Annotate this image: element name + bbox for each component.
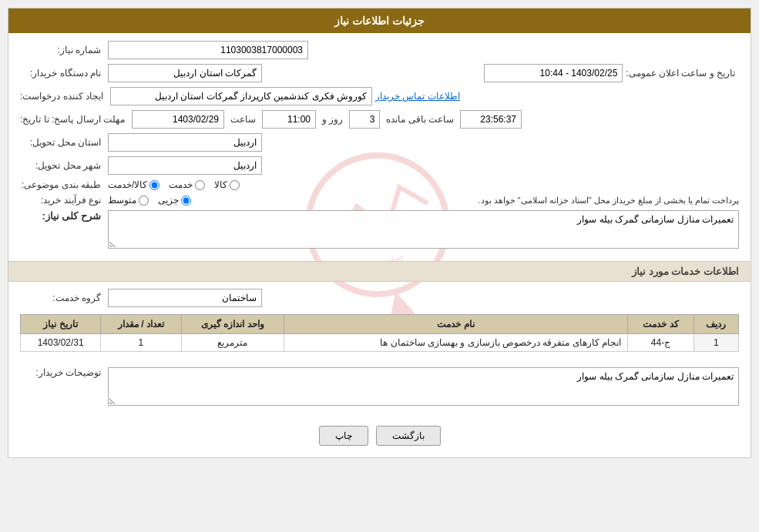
ostan-label: استان محل تحویل: (20, 137, 105, 148)
ijad-label: ایجاد کننده درخواست: (20, 91, 107, 102)
shomara-input[interactable] (108, 41, 308, 59)
tarikh-remaining-input[interactable] (460, 110, 522, 129)
tabaqe-label: طبقه بندی موضوعی: (20, 179, 105, 190)
tarikh-time-label: ساعت (227, 114, 259, 125)
radio-kala-khedmat[interactable] (149, 180, 160, 190)
shomara-label: شماره نیاز: (20, 45, 105, 55)
radio-kala-item[interactable]: کالا (214, 179, 240, 190)
radio-mote-vaset[interactable] (139, 196, 149, 206)
tarikh-day-label: روز و (319, 114, 346, 125)
tarikh-day-input[interactable] (349, 110, 380, 129)
radio-khedmat[interactable] (195, 180, 205, 190)
aelam-tarikh-label: تاریخ و ساعت اعلان عمومی: (626, 68, 739, 79)
col-vahed: واحد اندازه گیری (181, 315, 284, 334)
ijad-input[interactable] (110, 87, 372, 105)
navoe-label: نوع فرآیند خرید: (20, 195, 105, 206)
sharh-textarea[interactable]: تعمیرات منازل سازمانی گمرک بیله سوار (108, 210, 739, 249)
radio-kala-khedmat-item[interactable]: کالا/خدمت (108, 179, 160, 190)
page-title: جزئیات اطلاعات نیاز (8, 8, 751, 33)
aelam-tarikh-input[interactable] (484, 64, 623, 82)
tvsifat-textarea[interactable]: تعمیرات منازل سازمانی گمرک بیله سوار (108, 367, 739, 406)
services-table: ردیف کد خدمت نام خدمت واحد اندازه گیری ت… (20, 314, 739, 352)
grohe-input[interactable] (108, 289, 262, 307)
col-tedad: تعداد / مقدار (101, 315, 181, 334)
radio-kala[interactable] (230, 180, 240, 190)
radio-mote-vaset-item[interactable]: متوسط (108, 195, 149, 206)
back-button[interactable]: بازگشت (376, 426, 441, 446)
radio-jozi[interactable] (181, 196, 191, 206)
navoe-note: پرداخت تمام یا بخشی از مبلغ خریداز محل "… (194, 196, 739, 206)
radio-kala-khedmat-label: کالا/خدمت (108, 179, 147, 190)
ijad-link[interactable]: اطلاعات تماس خریدار (375, 91, 460, 102)
col-kod: کد خدمت (628, 315, 694, 334)
col-name: نام خدمت (284, 315, 628, 334)
print-button[interactable]: چاپ (319, 426, 368, 446)
tarikh-date-input[interactable] (132, 110, 224, 129)
col-radif: ردیف (694, 315, 738, 334)
tvsifat-label: توضیحات خریدار: (20, 367, 105, 378)
table-row: 1ج-44انجام کارهای متفرقه درخصوص بازسازی … (21, 334, 739, 352)
sharh-label: شرح کلی نیاز: (20, 210, 105, 222)
khadamat-section-header: اطلاعات خدمات مورد نیاز (8, 261, 751, 282)
ostan-input[interactable] (108, 133, 262, 152)
shahr-label: شهر محل تحویل: (20, 160, 105, 171)
radio-mote-vaset-label: متوسط (108, 195, 136, 206)
tarikh-label: مهلت ارسال پاسخ: تا تاریخ: (20, 114, 129, 125)
shahr-input[interactable] (108, 156, 262, 175)
radio-khedmat-item[interactable]: خدمت (169, 179, 205, 190)
radio-jozi-item[interactable]: جزیی (158, 195, 191, 206)
tarikh-remaining-label: ساعت باقی مانده (383, 114, 457, 125)
grohe-label: گروه خدمت: (20, 293, 105, 303)
radio-khedmat-label: خدمت (169, 179, 193, 190)
tarikh-time-input[interactable] (262, 110, 316, 129)
action-buttons: بازگشت چاپ (8, 418, 751, 457)
col-tarikh: تاریخ نیاز (21, 315, 101, 334)
radio-jozi-label: جزیی (158, 195, 179, 206)
dastgah-input[interactable] (108, 64, 262, 82)
dastgah-label: نام دستگاه خریدار: (20, 68, 105, 79)
radio-kala-label: کالا (214, 179, 227, 190)
